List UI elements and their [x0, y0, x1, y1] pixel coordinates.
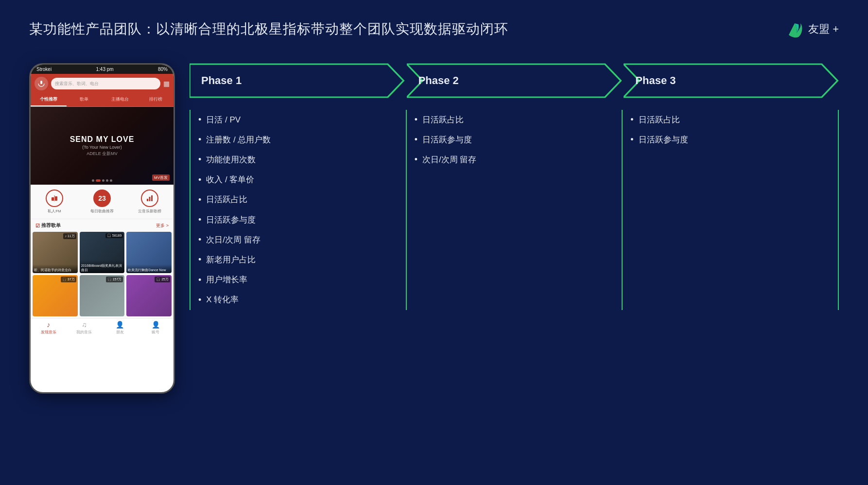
phase2-item-3: 次日/次周 留存: [415, 150, 612, 170]
banner-dot-5: [110, 179, 112, 182]
phase1-item-9: 用户增长率: [198, 270, 396, 290]
phase1-item-5: 日活跃占比: [198, 190, 396, 210]
phase1-label: Phase 1: [201, 74, 242, 87]
phase1-bullet-list: 日活 / PV 注册数 / 总用户数 功能使用次数 收入 / 客单价 日活跃占比…: [198, 110, 396, 310]
svg-rect-6: [149, 197, 151, 201]
svg-rect-7: [151, 195, 153, 201]
phase2-content: 日活跃占比 日活跃参与度 次日/次周 留存: [406, 110, 622, 310]
phone-icons-row: 私人FM 23 每日歌曲推荐 云音: [31, 185, 174, 219]
banner-subtitle: (To Your New Lover): [70, 145, 135, 150]
phone-mockup: Strokei 1:43 pm 80% 搜索音乐、歌词、电台 ▦: [29, 63, 175, 394]
phase3-item-2: 日活跃参与度: [630, 130, 828, 150]
phone-nav-item-chart[interactable]: 排行榜: [138, 93, 174, 106]
section-title-text: ☑ 推荐歌单: [35, 222, 61, 229]
phone-status-left: Strokei: [36, 67, 52, 72]
phase3-content: 日活跃占比 日活跃参与度: [622, 110, 839, 310]
fm-label: 私人FM: [48, 208, 61, 214]
phase1-item-6: 日活跃参与度: [198, 210, 396, 230]
phase2-label: Phase 2: [418, 74, 459, 87]
bar-chart-icon: ▦: [163, 80, 170, 87]
fm-icon: [46, 190, 63, 207]
banner-dot-3: [102, 179, 104, 182]
phone-bottom-mymusic[interactable]: ♫ 我的音乐: [67, 321, 103, 335]
phone-nav-item-playlist[interactable]: 歌单: [67, 93, 103, 106]
phases-content-row: 日活 / PV 注册数 / 总用户数 功能使用次数 收入 / 客单价 日活跃占比…: [190, 110, 839, 310]
phone-bottom-friends[interactable]: 👤 朋友: [102, 321, 138, 335]
phone-status-bar: Strokei 1:43 pm 80%: [31, 65, 174, 74]
phone-icon-chart[interactable]: 云音乐新歌榜: [126, 190, 174, 214]
phone-nav-item-recommend[interactable]: 个性推荐: [31, 93, 67, 106]
daily-label: 每日歌曲推荐: [90, 208, 114, 214]
cloudchart-label: 云音乐新歌榜: [138, 208, 161, 214]
phases-section: Phase 1 Phase 2 Phase 3: [190, 63, 839, 310]
phone-nav-item-radio[interactable]: 主播电台: [102, 93, 138, 106]
section-more-link[interactable]: 更多 >: [156, 223, 169, 229]
mymusic-icon: ♫: [82, 321, 87, 329]
playlist-caption-3: 欧美流行舞曲Dance Now: [126, 264, 172, 273]
phase2-arrow: Phase 2: [407, 63, 622, 98]
phase2-item-2: 日活跃参与度: [415, 130, 612, 150]
daily-number: 23: [98, 194, 106, 202]
phase2-bullet-list: 日活跃占比 日活跃参与度 次日/次周 留存: [415, 110, 612, 170]
phase1-item-8: 新老用户占比: [198, 250, 396, 270]
banner-title: SEND MY LOVE: [70, 135, 135, 144]
banner-artist: ADELE 全新MV: [70, 151, 135, 157]
phone-status-battery: 80%: [158, 67, 168, 72]
phone-search-input[interactable]: 搜索音乐、歌词、电台: [51, 78, 160, 89]
page-container: 某功能性产品团队：以清晰合理的北极星指标带动整个团队实现数据驱动闭环 友盟 + …: [0, 0, 868, 485]
chart-icon: [141, 190, 158, 207]
daily-icon: 23: [93, 190, 111, 207]
phase1-content: 日活 / PV 注册数 / 总用户数 功能使用次数 收入 / 客单价 日活跃占比…: [190, 110, 406, 310]
svg-rect-3: [55, 196, 57, 201]
svg-rect-5: [147, 199, 148, 201]
phase2-item-1: 日活跃占比: [415, 110, 612, 130]
friends-label: 朋友: [116, 329, 124, 335]
banner-text: SEND MY LOVE (To Your New Lover) ADELE 全…: [70, 135, 135, 157]
playlist-item-2[interactable]: 🎧 58189 2016Billboard颁奖典礼表演曲目: [80, 232, 125, 273]
phone-nav: 个性推荐 歌单 主播电台 排行榜: [31, 93, 174, 107]
banner-dot-4: [106, 179, 108, 182]
main-content: Strokei 1:43 pm 80% 搜索音乐、歌词、电台 ▦: [29, 63, 839, 394]
friends-icon: 👤: [116, 321, 124, 329]
svg-rect-0: [40, 81, 42, 84]
phase1-item-1: 日活 / PV: [198, 110, 396, 130]
playlist-count-2: 🎧 58189: [105, 233, 123, 238]
phone-bottom-account[interactable]: 👤 账号: [138, 321, 174, 335]
phone-icon-fm[interactable]: 私人FM: [31, 190, 78, 214]
playlist-item-1[interactable]: ♪ 11万 听、民谣歌手的诗意念白: [33, 232, 78, 273]
phone-playlist-grid: ♪ 11万 听、民谣歌手的诗意念白 🎧 58189 2016Billboard颁…: [31, 232, 174, 318]
banner-mv-tag: MV首发: [152, 174, 170, 181]
playlist-caption-2: 2016Billboard颁奖典礼表演曲目: [80, 260, 125, 273]
discover-icon: ♪: [47, 321, 50, 329]
playlist-caption-1: 听、民谣歌手的诗意念白: [33, 264, 78, 273]
phone-status-time: 1:43 pm: [96, 67, 113, 72]
phase3-item-1: 日活跃占比: [630, 110, 828, 130]
phase3-label: Phase 3: [635, 74, 676, 87]
phase1-item-3: 功能使用次数: [198, 150, 396, 170]
banner-dot-1: [92, 179, 94, 182]
playlist-item-3[interactable]: 欧美流行舞曲Dance Now: [126, 232, 172, 273]
playlist-count-5: 🎧 157万: [106, 277, 123, 282]
phone-bottom-nav: ♪ 发现音乐 ♫ 我的音乐 👤 朋友 👤 账号: [31, 318, 174, 337]
phase1-item-10: X 转化率: [198, 290, 396, 310]
phone-banner: SEND MY LOVE (To Your New Lover) ADELE 全…: [31, 107, 174, 185]
logo-area: 友盟 +: [785, 19, 839, 39]
arrows-wrapper: Phase 1 Phase 2 Phase 3: [190, 63, 839, 98]
mymusic-label: 我的音乐: [76, 329, 92, 335]
phone-icon-daily[interactable]: 23 每日歌曲推荐: [78, 190, 126, 214]
phase1-arrow: Phase 1: [190, 63, 405, 98]
playlist-item-5[interactable]: 🎧 157万: [80, 275, 125, 316]
phase3-bullet-list: 日活跃占比 日活跃参与度: [630, 110, 828, 150]
playlist-count-6: 🎧 25万: [155, 277, 170, 282]
mic-icon: [35, 77, 48, 90]
phone-search-bar: 搜索音乐、歌词、电台 ▦: [31, 74, 174, 93]
banner-dot-2: [96, 179, 101, 182]
phone-bottom-discover[interactable]: ♪ 发现音乐: [31, 321, 67, 335]
account-label: 账号: [152, 329, 159, 335]
playlist-count-1: ♪ 11万: [63, 233, 76, 239]
playlist-count-4: 🎧 37万: [61, 277, 76, 282]
playlist-item-4[interactable]: 🎧 37万: [33, 275, 78, 316]
playlist-item-6[interactable]: 🎧 25万: [126, 275, 172, 316]
account-icon: 👤: [152, 321, 160, 329]
phone-section-header: ☑ 推荐歌单 更多 >: [31, 219, 174, 232]
